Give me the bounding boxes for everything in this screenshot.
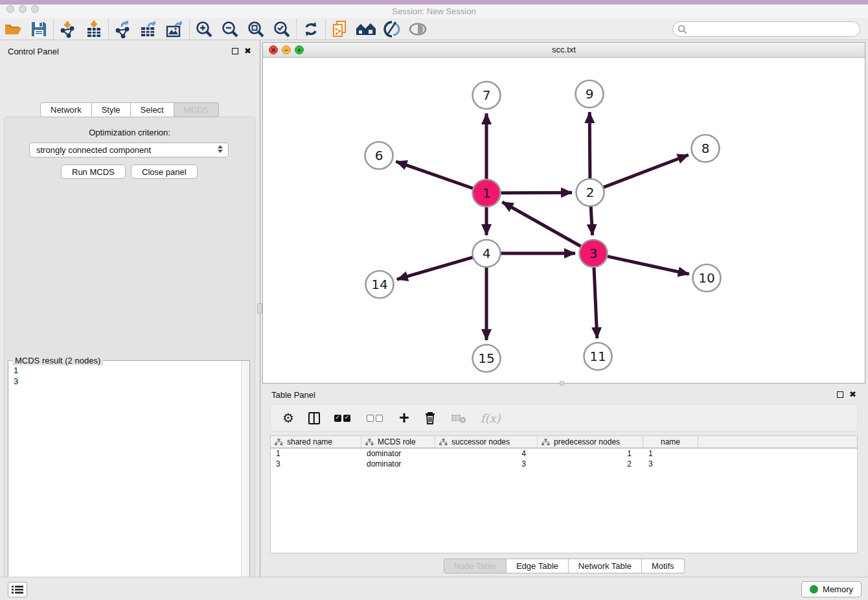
- show-task-history-button[interactable]: [8, 582, 27, 597]
- table-panel: Table Panel ✖ ⚙ + f(x) shared nameMCDS r…: [262, 386, 865, 575]
- export-image-button[interactable]: [162, 19, 188, 40]
- import-network-button[interactable]: [55, 19, 81, 40]
- tab-node-table[interactable]: Node Table: [443, 559, 507, 573]
- first-neighbors-button[interactable]: [353, 19, 379, 40]
- open-session-button[interactable]: [0, 19, 26, 40]
- run-mcds-button[interactable]: Run MCDS: [61, 165, 126, 179]
- refresh-button[interactable]: [298, 19, 324, 40]
- node-table: shared nameMCDS rolesuccessor nodesprede…: [270, 435, 858, 553]
- zoom-in-button[interactable]: [191, 19, 217, 40]
- export-network-button[interactable]: [110, 19, 136, 40]
- edge-2-9[interactable]: [589, 112, 590, 178]
- clone-network-icon: [331, 20, 349, 38]
- float-table-panel-icon[interactable]: [837, 391, 843, 398]
- column-header-predecessor-nodes[interactable]: predecessor nodes: [538, 436, 643, 448]
- column-header-shared-name[interactable]: shared name: [271, 436, 361, 448]
- graph-node-6[interactable]: 6: [365, 142, 393, 169]
- table-settings-gear-icon[interactable]: ⚙: [282, 410, 294, 426]
- node-label: 7: [483, 87, 491, 103]
- splitter-thumb[interactable]: [257, 303, 262, 314]
- close-panel-icon[interactable]: ✖: [244, 48, 251, 54]
- graph-node-11[interactable]: 11: [584, 343, 612, 370]
- table-row[interactable]: 3dominator323: [271, 459, 857, 469]
- graph-node-10[interactable]: 10: [693, 264, 721, 292]
- tab-mcds[interactable]: MCDS: [174, 102, 219, 117]
- edge-2-3[interactable]: [591, 207, 592, 235]
- memory-button[interactable]: Memory: [801, 581, 862, 597]
- edge-1-6[interactable]: [396, 161, 473, 189]
- graph-node-7[interactable]: 7: [473, 82, 501, 109]
- network-close-button[interactable]: ✕: [269, 45, 278, 54]
- import-table-button[interactable]: [81, 19, 107, 40]
- cell-MCDS-role: dominator: [361, 459, 435, 469]
- tab-motifs[interactable]: Motifs: [642, 559, 685, 573]
- save-session-button[interactable]: [26, 19, 52, 40]
- delete-column-icon-disabled: [451, 413, 466, 423]
- delete-row-trash-icon[interactable]: [424, 411, 437, 425]
- zoom-in-icon: [195, 20, 213, 38]
- zoom-fit-button[interactable]: [243, 19, 269, 40]
- node-label: 2: [586, 185, 595, 200]
- tab-edge-table[interactable]: Edge Table: [507, 559, 569, 573]
- clone-network-button[interactable]: [327, 19, 353, 40]
- add-column-icon[interactable]: +: [399, 411, 409, 424]
- column-header-MCDS-role[interactable]: MCDS role: [361, 436, 435, 448]
- horizontal-splitter-grip[interactable]: [560, 381, 564, 386]
- graph-node-15[interactable]: 15: [473, 345, 501, 372]
- close-panel-button[interactable]: Close panel: [131, 165, 198, 179]
- control-panel: Control Panel ✖ NetworkStyleSelectMCDS O…: [0, 40, 259, 577]
- select-all-rows-icon[interactable]: [334, 415, 352, 422]
- hierarchy-icon: [365, 439, 374, 446]
- result-scrollbar[interactable]: [241, 361, 249, 600]
- table-panel-header: Table Panel ✖: [262, 386, 865, 403]
- column-header-name[interactable]: name: [643, 436, 698, 448]
- network-view-window: ✕ − + scc.txt 1234678910111415: [262, 42, 865, 384]
- network-maximize-button[interactable]: +: [295, 45, 304, 54]
- edge-3-10[interactable]: [607, 257, 689, 274]
- show-columns-icon[interactable]: [308, 412, 320, 424]
- zoom-out-button[interactable]: [217, 19, 243, 40]
- graph-node-14[interactable]: 14: [366, 271, 394, 298]
- minimize-window-button[interactable]: [19, 5, 27, 13]
- zoom-selected-icon: [273, 20, 291, 38]
- network-window-titlebar[interactable]: ✕ − + scc.txt: [263, 43, 865, 58]
- search-input[interactable]: [672, 21, 860, 37]
- edge-3-1[interactable]: [502, 202, 580, 246]
- edge-1-2[interactable]: [501, 192, 572, 193]
- graph-node-1[interactable]: 1: [473, 179, 501, 207]
- tab-network-table[interactable]: Network Table: [569, 559, 642, 573]
- tab-select[interactable]: Select: [131, 102, 174, 117]
- edge-2-8[interactable]: [604, 155, 689, 187]
- network-minimize-button[interactable]: −: [282, 45, 291, 54]
- tab-network[interactable]: Network: [40, 102, 92, 117]
- deselect-all-rows-icon[interactable]: [367, 415, 385, 422]
- graph-node-9[interactable]: 9: [576, 80, 604, 108]
- column-label: name: [661, 437, 680, 446]
- export-table-button[interactable]: [136, 19, 162, 40]
- toolbar-separator: [325, 19, 326, 39]
- graph-node-8[interactable]: 8: [692, 135, 720, 162]
- selected-criterion: strongly connected component: [36, 145, 151, 155]
- close-table-panel-icon[interactable]: ✖: [849, 391, 856, 398]
- zoom-selected-button[interactable]: [269, 19, 295, 40]
- graph-node-2[interactable]: 2: [577, 179, 604, 206]
- network-graph-canvas[interactable]: 1234678910111415: [263, 58, 865, 383]
- float-panel-icon[interactable]: [232, 48, 238, 54]
- table-row[interactable]: 1dominator411: [271, 448, 857, 459]
- hide-selected-button[interactable]: [405, 19, 431, 40]
- optimization-criterion-select[interactable]: strongly connected component: [29, 143, 229, 157]
- graph-node-4[interactable]: 4: [473, 240, 501, 267]
- network-window-title: scc.txt: [263, 43, 865, 57]
- window-top-edge: [0, 0, 868, 5]
- zoom-window-button[interactable]: [31, 5, 39, 13]
- control-panel-tabs: NetworkStyleSelectMCDS: [40, 102, 219, 117]
- tab-style[interactable]: Style: [92, 102, 131, 117]
- close-window-button[interactable]: [6, 5, 14, 13]
- column-header-successor-nodes[interactable]: successor nodes: [435, 436, 538, 448]
- node-label: 8: [702, 141, 710, 156]
- graph-node-3[interactable]: 3: [580, 240, 608, 267]
- show-style-button[interactable]: [379, 19, 405, 40]
- column-label: shared name: [287, 437, 332, 446]
- edge-4-14[interactable]: [397, 257, 473, 279]
- edge-3-11[interactable]: [594, 268, 597, 338]
